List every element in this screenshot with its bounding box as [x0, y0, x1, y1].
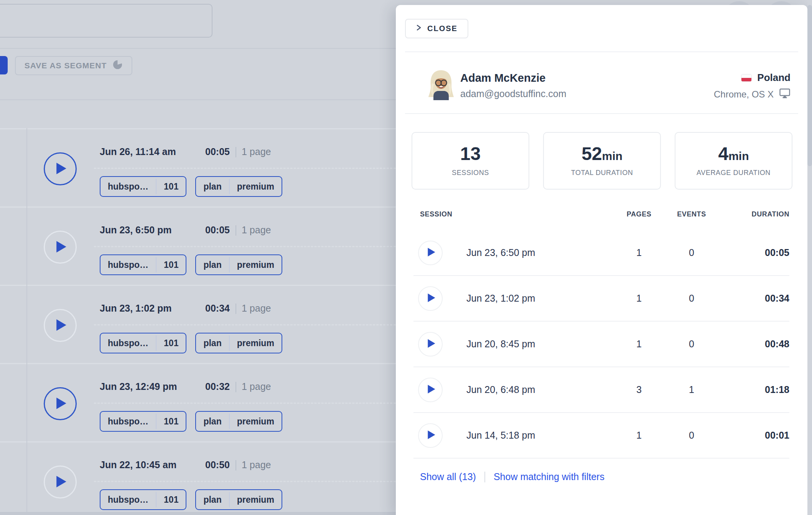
tag-key: hubspo… — [100, 260, 156, 270]
stat-value: 13 — [460, 144, 481, 164]
stat-card-total-duration: 52min TOTAL DURATION — [543, 132, 661, 190]
tag-value: 101 — [156, 495, 186, 505]
session-date: Jun 23, 1:02 pm — [448, 293, 618, 304]
play-session-button[interactable] — [44, 231, 77, 264]
play-session-button[interactable] — [44, 309, 77, 342]
session-tag-chip[interactable]: plan premium — [195, 333, 282, 353]
desktop-monitor-icon — [779, 88, 791, 101]
session-date: Jun 14, 5:18 pm — [448, 430, 618, 441]
session-recording-row[interactable]: Jun 22, 10:45 am 00:50 1 page hubspo… 10… — [0, 441, 396, 515]
play-session-button[interactable] — [44, 465, 77, 498]
horizontal-scrollbar[interactable] — [0, 512, 396, 515]
chevron-right-icon — [416, 24, 422, 33]
session-pages-count: 1 page — [242, 303, 271, 314]
session-events: 0 — [660, 430, 723, 441]
session-tag-chip[interactable]: plan premium — [195, 176, 282, 197]
session-table-row[interactable]: Jun 23, 1:02 pm 1 0 00:34 — [413, 276, 789, 322]
play-triangle-icon — [427, 430, 436, 441]
tag-key: plan — [196, 416, 229, 427]
session-tag-chip[interactable]: plan premium — [195, 254, 282, 275]
close-label: CLOSE — [427, 24, 458, 33]
play-session-button[interactable] — [418, 423, 443, 448]
tag-key: hubspo… — [100, 182, 156, 192]
play-session-button[interactable] — [44, 387, 77, 420]
session-duration: 00:48 — [723, 338, 789, 350]
session-duration: 00:01 — [723, 430, 789, 441]
user-meta: Poland Chrome, OS X — [714, 72, 791, 101]
play-session-button[interactable] — [418, 378, 443, 402]
session-tag-chip[interactable]: plan premium — [195, 411, 282, 432]
list-timeline-rule — [26, 128, 27, 515]
session-tags: hubspo… 101 plan premium — [100, 333, 282, 353]
session-duration: 00:34 — [205, 303, 230, 314]
tag-key: plan — [196, 182, 229, 192]
stat-suffix: min — [602, 150, 623, 162]
save-as-segment-button[interactable]: SAVE AS SEGMENT — [15, 56, 132, 75]
session-table-row[interactable]: Jun 14, 5:18 pm 1 0 00:01 — [413, 413, 789, 459]
session-pages: 3 — [618, 384, 660, 395]
apply-filters-button-fragment[interactable] — [0, 56, 8, 74]
session-tags: hubspo… 101 plan premium — [100, 176, 282, 197]
play-triangle-icon — [56, 475, 67, 489]
session-duration: 00:32 — [205, 381, 230, 392]
poland-flag-icon — [741, 74, 752, 82]
divider — [236, 225, 236, 236]
session-recording-row[interactable]: Jun 23, 12:49 pm 00:32 1 page hubspo… 10… — [0, 363, 396, 441]
session-table-body: Jun 23, 6:50 pm 1 0 00:05 Jun 23, 1:02 p… — [413, 230, 789, 459]
filter-bar-outline — [0, 4, 212, 38]
session-table-row[interactable]: Jun 23, 6:50 pm 1 0 00:05 — [413, 230, 789, 276]
show-all-link[interactable]: Show all (13) — [420, 471, 476, 482]
dashed-divider — [94, 246, 396, 247]
session-tag-chip[interactable]: hubspo… 101 — [100, 489, 186, 510]
play-triangle-icon — [427, 339, 436, 349]
column-header-pages: PAGES — [618, 210, 660, 218]
session-recording-row[interactable]: Jun 23, 1:02 pm 00:34 1 page hubspo… 101… — [0, 285, 396, 363]
tag-value: premium — [230, 416, 282, 427]
divider — [0, 48, 396, 49]
session-pages-count: 1 page — [242, 459, 271, 470]
session-duration: 01:18 — [723, 384, 789, 395]
session-table-header: SESSION PAGES EVENTS DURATION — [413, 208, 789, 220]
divider — [0, 99, 396, 100]
close-panel-button[interactable]: CLOSE — [405, 19, 468, 38]
session-tag-chip[interactable]: hubspo… 101 — [100, 254, 186, 275]
stat-suffix: min — [728, 150, 749, 162]
session-date: Jun 20, 6:48 pm — [448, 384, 618, 395]
session-duration: 00:05 — [205, 224, 230, 236]
session-replay-app: SAVE AS SEGMENT Jun 26, 11:14 am 00:05 1… — [0, 0, 812, 515]
stat-value: 52 — [581, 144, 602, 164]
column-header-events: EVENTS — [660, 210, 723, 218]
dashed-divider — [94, 481, 396, 482]
vertical-scrollbar-thumb[interactable] — [807, 5, 812, 166]
tag-key: plan — [196, 260, 229, 270]
session-pages: 1 — [618, 430, 660, 441]
session-table-row[interactable]: Jun 20, 8:45 pm 1 0 00:48 — [413, 322, 789, 367]
session-tag-chip[interactable]: hubspo… 101 — [100, 176, 186, 197]
stat-card-sessions: 13 SESSIONS — [412, 132, 529, 190]
stat-label: TOTAL DURATION — [571, 169, 633, 177]
play-session-button[interactable] — [44, 152, 77, 185]
tag-value: premium — [230, 338, 282, 348]
tag-key: hubspo… — [100, 416, 156, 427]
user-name: Adam McKenzie — [460, 72, 545, 84]
session-tag-chip[interactable]: plan premium — [195, 489, 282, 510]
session-duration: 00:50 — [205, 459, 230, 470]
tag-key: plan — [196, 338, 229, 348]
play-session-button[interactable] — [418, 286, 443, 311]
divider — [236, 460, 236, 470]
play-session-button[interactable] — [418, 241, 443, 265]
play-triangle-icon — [56, 162, 67, 176]
play-session-button[interactable] — [418, 332, 443, 357]
divider — [484, 472, 485, 482]
show-matching-with-filters-link[interactable]: Show matching with filters — [494, 471, 604, 482]
user-detail-panel: CLOSE Adam McKenzie adam@goodstuffinc.co… — [396, 5, 807, 515]
session-date: Jun 22, 10:45 am — [100, 459, 176, 470]
session-recording-row[interactable]: Jun 26, 11:14 am 00:05 1 page hubspo… 10… — [0, 128, 396, 206]
tag-value: premium — [230, 182, 282, 192]
session-table-row[interactable]: Jun 20, 6:48 pm 3 1 01:18 — [413, 367, 789, 413]
play-triangle-icon — [56, 241, 67, 254]
session-tag-chip[interactable]: hubspo… 101 — [100, 411, 186, 432]
session-date: Jun 26, 11:14 am — [100, 146, 176, 157]
session-recording-row[interactable]: Jun 23, 6:50 pm 00:05 1 page hubspo… 101… — [0, 206, 396, 285]
session-tag-chip[interactable]: hubspo… 101 — [100, 333, 186, 353]
